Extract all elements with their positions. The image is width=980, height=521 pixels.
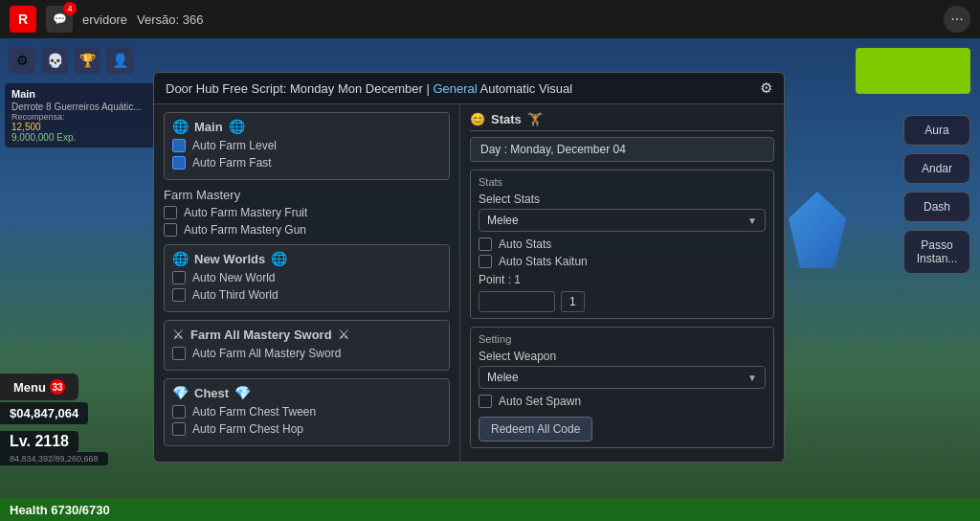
auto-farm-mastery-fruit-checkbox[interactable] [164,206,177,219]
skull-hud-icon[interactable]: 💀 [41,47,68,74]
auto-set-spawn-row[interactable]: Auto Set Spawn [479,395,766,408]
new-worlds-section: 🌐 New Worlds 🌐 Auto New World Auto Third… [164,244,450,312]
auto-stats-kaitun-label: Auto Stats Kaitun [499,255,588,268]
auto-farm-chest-tween-label: Auto Farm Chest Tween [192,405,316,419]
auto-third-world-row[interactable]: Auto Third World [172,288,441,302]
point-number: 1 [561,291,585,312]
auto-farm-mastery-fruit-label: Auto Farm Mastery Fruit [184,206,307,219]
weapon-dropdown-arrow: ▼ [747,373,757,383]
main-icon-right: 🌐 [229,119,245,134]
auto-farm-fast-checkbox[interactable] [172,156,186,170]
main-section-title: 🌐 Main 🌐 [172,119,441,134]
more-button[interactable]: ··· [944,6,970,33]
stats-dropdown-arrow: ▼ [747,215,757,226]
server-label: ervidore [82,12,127,27]
auto-third-world-checkbox[interactable] [172,288,186,302]
side-buttons: Aura Andar Dash PassoInstan... [903,115,970,274]
andar-button[interactable]: Andar [903,153,970,184]
dash-button[interactable]: Dash [903,192,970,222]
version-label: Versão: 366 [137,12,203,27]
stats-emoji-icon: 😊 [470,112,485,126]
sword-icon-right: ⚔ [338,327,350,342]
tab-automatic-label: Automatic [480,81,536,96]
redeem-all-code-button[interactable]: Redeem All Code [479,417,592,442]
auto-new-world-row[interactable]: Auto New World [172,271,441,284]
gear-icon[interactable]: ⚙ [760,79,772,97]
auto-farm-level-row[interactable]: Auto Farm Level [172,139,441,152]
auto-set-spawn-checkbox[interactable] [479,395,492,408]
chest-label: Chest [194,386,229,400]
stats-subsection-label: Stats [479,176,766,188]
currency-display: $04,847,064 [0,402,88,424]
auto-stats-kaitun-checkbox[interactable] [479,255,492,268]
mission-reward-label: Recompensa: [11,112,151,122]
new-worlds-icon-left: 🌐 [172,251,189,266]
hud-icons: ⚙ 💀 🏆 👤 [5,43,158,78]
menu-badge: 33 [50,379,65,395]
passo-button[interactable]: PassoInstan... [903,230,970,274]
trophy-hud-icon[interactable]: 🏆 [74,47,100,74]
point-input-field[interactable] [479,291,555,312]
auto-farm-mastery-gun-row[interactable]: Auto Farm Mastery Gun [164,223,450,237]
sword-icon-left: ⚔ [172,327,185,342]
left-column: 🌐 Main 🌐 Auto Farm Level Auto Farm Fast … [154,104,460,462]
auto-farm-chest-hop-row[interactable]: Auto Farm Chest Hop [172,422,441,436]
select-stats-label: Select Stats [479,193,766,206]
setting-label: Setting [479,333,766,345]
auto-farm-all-mastery-sword-row[interactable]: Auto Farm All Mastery Sword [172,347,441,360]
auto-stats-row[interactable]: Auto Stats [479,238,766,251]
auto-stats-kaitun-row[interactable]: Auto Stats Kaitun [479,255,766,268]
aura-button[interactable]: Aura [903,115,970,146]
main-label: Main [194,120,223,134]
auto-farm-chest-hop-label: Auto Farm Chest Hop [192,422,303,436]
select-weapon-label: Select Weapon [479,350,766,363]
stats-dropdown[interactable]: Melee ▼ [479,209,766,232]
new-worlds-label: New Worlds [194,252,265,266]
auto-farm-fast-label: Auto Farm Fast [192,156,272,170]
auto-farm-mastery-fruit-row[interactable]: Auto Farm Mastery Fruit [164,206,450,219]
stats-header: 😊 Stats 🏋 [470,112,774,131]
auto-farm-chest-tween-row[interactable]: Auto Farm Chest Tween [172,405,441,419]
tab-visual-label: Visual [539,81,572,96]
chest-section-title: 💎 Chest 💎 [172,385,441,400]
auto-stats-label: Auto Stats [499,238,551,251]
chest-icon-left: 💎 [172,385,189,400]
weapon-dropdown[interactable]: Melee ▼ [479,366,766,389]
gear-hud-icon[interactable]: ⚙ [9,47,35,74]
health-text: Health 6730/6730 [10,503,110,517]
point-row: Point : 1 [479,273,766,286]
chat-icon[interactable]: 💬 4 [46,6,73,33]
new-worlds-icon-right: 🌐 [271,251,287,266]
farm-mastery-sword-label: Farm All Mastery Sword [190,328,332,342]
auto-farm-all-mastery-sword-checkbox[interactable] [172,347,186,360]
tab-general-label: General [433,81,477,96]
farm-mastery-sword-section: ⚔ Farm All Mastery Sword ⚔ Auto Farm All… [164,320,450,371]
user-hud-icon[interactable]: 👤 [106,47,133,74]
mission-box: Main Derrote 8 Guerreiros Aquátic... Rec… [5,83,158,147]
farm-mastery-sword-title: ⚔ Farm All Mastery Sword ⚔ [172,327,441,342]
auto-set-spawn-label: Auto Set Spawn [499,395,581,408]
health-bar: Health 6730/6730 [0,498,980,521]
auto-new-world-checkbox[interactable] [172,271,186,284]
auto-farm-level-checkbox[interactable] [172,139,186,152]
mission-exp: 9,000,000 Exp. [11,132,151,143]
auto-farm-mastery-gun-checkbox[interactable] [164,223,177,237]
panel-body: 🌐 Main 🌐 Auto Farm Level Auto Farm Fast … [154,104,784,462]
auto-farm-level-label: Auto Farm Level [192,139,277,152]
auto-farm-chest-tween-checkbox[interactable] [172,405,186,419]
chest-icon-right: 💎 [234,385,251,400]
auto-stats-checkbox[interactable] [479,238,492,251]
menu-button[interactable]: Menu 33 [0,374,78,400]
auto-farm-fast-row[interactable]: Auto Farm Fast [172,156,441,170]
stats-day: Day : Monday, December 04 [470,137,774,162]
auto-farm-all-mastery-sword-label: Auto Farm All Mastery Sword [192,347,341,360]
chat-badge: 4 [63,2,77,15]
green-banner [856,48,970,94]
script-panel: Door Hub Free Script: Monday Mon Decembe… [153,72,785,463]
stats-subsection: Stats Select Stats Melee ▼ Auto Stats Au… [470,170,774,319]
mission-desc: Derrote 8 Guerreiros Aquátic... [11,102,151,112]
main-section: 🌐 Main 🌐 Auto Farm Level Auto Farm Fast [164,112,450,180]
auto-farm-chest-hop-checkbox[interactable] [172,422,186,436]
roblox-icon: R [10,6,36,33]
panel-title: Door Hub Free Script: Monday Mon Decembe… [166,81,572,96]
